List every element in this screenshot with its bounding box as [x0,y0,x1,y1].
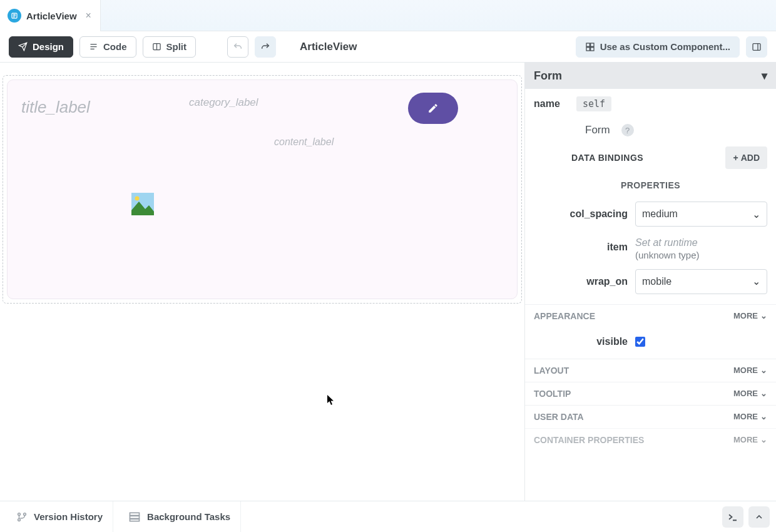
tab-articleview[interactable]: ArticleView × [0,0,101,31]
appearance-section[interactable]: APPEARANCE MORE⌄ [525,304,776,327]
chevron-down-icon: ⌄ [752,208,760,220]
split-tab-button[interactable]: Split [143,36,197,58]
use-custom-component-button[interactable]: Use as Custom Component... [576,36,740,58]
svg-rect-14 [130,519,140,521]
undo-button[interactable] [227,36,248,58]
add-binding-button[interactable]: + ADD [725,146,767,169]
svg-rect-6 [753,43,760,50]
caret-down-icon: ▾ [762,69,767,83]
col-spacing-select[interactable]: medium ⌄ [635,202,767,227]
svg-rect-13 [130,516,140,518]
help-icon[interactable]: ? [621,124,634,136]
name-value[interactable]: self [576,96,611,111]
main: title_label category_label content_label… [0,63,776,501]
toolbar: Design Code Split ArticleView Use as Cus… [0,31,776,63]
background-tasks-tab[interactable]: Background Tasks [118,501,241,533]
redo-icon [260,42,270,52]
component-square-icon [585,42,595,52]
code-label: Code [103,41,127,52]
close-icon[interactable]: × [86,10,91,21]
chevron-down-icon: ⌄ [752,275,760,287]
page-title[interactable]: ArticleView [300,41,357,53]
console-button[interactable] [722,506,743,528]
background-tasks-label: Background Tasks [147,511,230,522]
layout-more[interactable]: MORE⌄ [733,366,767,375]
version-history-label: Version History [34,511,103,522]
properties-header-title: Form [534,69,562,83]
edit-button[interactable] [408,93,458,124]
stack-icon [128,511,141,523]
user-data-label: USER DATA [534,412,584,422]
columns-icon [752,42,762,52]
git-branch-icon [16,511,28,523]
design-tab-button[interactable]: Design [9,36,73,58]
tooltip-section[interactable]: TOOLTIP MORE⌄ [525,382,776,405]
col-spacing-label: col_spacing [534,208,628,220]
svg-point-10 [18,518,21,521]
category-label-placeholder[interactable]: category_label [189,96,258,109]
svg-rect-2 [586,43,590,46]
data-bindings-heading: DATA BINDINGS [571,153,643,163]
image-placeholder[interactable] [131,193,154,215]
mouse-cursor [327,394,335,406]
appearance-label: APPEARANCE [534,311,595,321]
visible-checkbox[interactable] [635,337,645,347]
chevrons-down-icon: ⌄ [760,412,767,421]
split-icon [152,42,161,51]
container-label: CONTAINER PROPERTIES [534,435,644,445]
paper-plane-icon [18,42,28,51]
layout-toggle-button[interactable] [746,36,767,58]
tooltip-label: TOOLTIP [534,389,571,399]
svg-rect-5 [590,47,593,50]
layout-section[interactable]: LAYOUT MORE⌄ [525,359,776,382]
wrap-on-select[interactable]: mobile ⌄ [635,269,767,294]
list-icon [89,42,98,51]
form-container[interactable]: title_label category_label content_label [7,79,518,299]
item-value-line2: (unknown type) [635,250,767,260]
design-canvas[interactable]: title_label category_label content_label [0,63,524,501]
chevrons-down-icon: ⌄ [760,311,767,320]
appearance-more[interactable]: MORE⌄ [733,311,767,320]
tab-bar: ArticleView × [0,0,776,31]
svg-point-8 [135,197,140,201]
code-tab-button[interactable]: Code [79,36,136,58]
component-bounds[interactable]: title_label category_label content_label [3,75,522,304]
terminal-icon [727,511,738,523]
tooltip-more[interactable]: MORE⌄ [733,389,767,398]
user-data-more[interactable]: MORE⌄ [733,412,767,421]
redo-button[interactable] [255,36,276,58]
expand-panel-button[interactable] [748,506,770,528]
undo-icon [233,42,243,52]
use-custom-label: Use as Custom Component... [600,41,730,52]
properties-header[interactable]: Form ▾ [525,63,776,89]
content-label-placeholder[interactable]: content_label [274,136,334,148]
layout-label: LAYOUT [534,366,569,376]
container-properties-section[interactable]: CONTAINER PROPERTIES MORE⌄ [525,428,776,451]
visible-label: visible [534,336,628,347]
version-history-tab[interactable]: Version History [6,501,113,533]
wrap-on-label: wrap_on [534,276,628,287]
svg-rect-3 [590,43,593,46]
component-icon [8,9,21,23]
split-label: Split [166,41,187,52]
add-label: ADD [741,153,760,163]
properties-heading: PROPERTIES [525,173,776,193]
plus-icon: + [733,153,738,163]
title-label-placeholder[interactable]: title_label [21,98,90,117]
user-data-section[interactable]: USER DATA MORE⌄ [525,405,776,428]
name-label: name [534,98,569,110]
pencil-icon [427,103,439,114]
svg-rect-4 [586,47,590,50]
svg-rect-12 [130,513,140,515]
tab-title: ArticleView [26,11,77,21]
footer-bar: Version History Background Tasks [0,501,776,532]
container-more[interactable]: MORE⌄ [733,435,767,444]
wrap-on-value: mobile [642,276,671,287]
chevron-up-icon [754,512,764,522]
properties-panel: Form ▾ name self Form ? DATA BINDINGS + … [524,63,776,501]
design-label: Design [33,41,64,52]
svg-point-9 [18,513,21,515]
item-value-line1: Set at runtime [635,237,767,250]
component-type-label: Form [585,124,610,136]
chevrons-down-icon: ⌄ [760,435,767,444]
